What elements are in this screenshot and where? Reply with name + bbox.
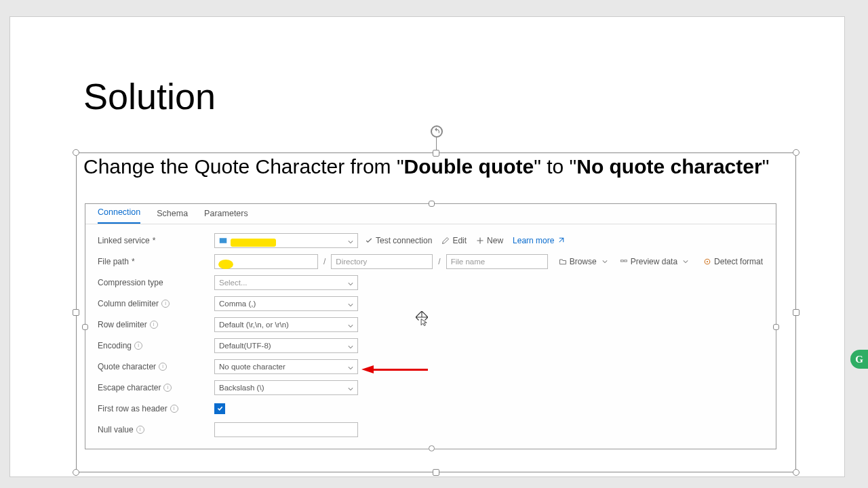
- resize-handle[interactable]: [773, 324, 779, 330]
- resize-handle[interactable]: [82, 324, 88, 330]
- edit-button[interactable]: Edit: [441, 236, 467, 245]
- tab-schema[interactable]: Schema: [157, 205, 188, 224]
- label-encoding: Encoding i: [98, 341, 214, 350]
- info-icon[interactable]: i: [170, 405, 178, 413]
- svg-rect-1: [620, 260, 623, 261]
- new-button[interactable]: New: [476, 236, 503, 245]
- resize-handle[interactable]: [429, 201, 435, 207]
- label-quote-character: Quote character i: [98, 362, 214, 371]
- highlight-marker: [218, 260, 233, 269]
- instruction-part: ": [762, 155, 770, 178]
- resize-handle[interactable]: [793, 149, 800, 156]
- chevron-down-icon[interactable]: [683, 257, 688, 266]
- detect-format-button[interactable]: Detect format: [703, 257, 763, 266]
- column-delimiter-select[interactable]: Comma (,): [214, 296, 358, 311]
- svg-point-4: [707, 260, 708, 262]
- form: Linked service * Test connection Edit Ne…: [85, 224, 776, 440]
- directory-field[interactable]: [336, 258, 428, 266]
- instruction-text: Change the Quote Character from "Double …: [83, 154, 789, 180]
- chevron-down-icon: [348, 301, 353, 306]
- label-file-path: File path *: [98, 257, 214, 266]
- slide-canvas: Solution Change the Quote Character from…: [9, 16, 845, 477]
- chevron-down-icon: [348, 343, 353, 348]
- tab-connection[interactable]: Connection: [98, 203, 140, 224]
- resize-handle[interactable]: [433, 469, 439, 476]
- svg-rect-0: [220, 238, 227, 243]
- chevron-down-icon: [348, 364, 353, 369]
- instruction-bold: No quote character: [576, 155, 762, 178]
- arrow-annotation: [361, 365, 429, 373]
- page-title: Solution: [83, 75, 216, 117]
- label-escape-character: Escape character i: [98, 383, 214, 392]
- resize-handle[interactable]: [73, 469, 79, 476]
- test-connection-button[interactable]: Test connection: [365, 236, 432, 245]
- info-icon[interactable]: i: [134, 342, 142, 350]
- tab-bar: Connection Schema Parameters: [85, 204, 776, 224]
- chevron-down-icon: [348, 322, 353, 327]
- instruction-bold: Double quote: [404, 155, 534, 178]
- info-icon[interactable]: i: [159, 363, 167, 371]
- escape-character-select[interactable]: Backslash (\): [214, 380, 358, 395]
- null-value-field[interactable]: [219, 426, 353, 434]
- compression-select[interactable]: Select...: [214, 275, 358, 290]
- grammarly-icon[interactable]: G: [850, 350, 868, 369]
- tab-parameters[interactable]: Parameters: [204, 205, 248, 224]
- resize-handle[interactable]: [793, 469, 800, 476]
- label-linked-service: Linked service *: [98, 236, 214, 245]
- browse-button[interactable]: Browse: [559, 257, 597, 266]
- directory-input[interactable]: [331, 254, 433, 269]
- path-separator: /: [322, 257, 327, 266]
- null-value-input[interactable]: [214, 422, 358, 437]
- resize-handle[interactable]: [429, 445, 435, 451]
- instruction-part: Change the Quote Character from ": [83, 155, 404, 178]
- learn-more-link[interactable]: Learn more: [513, 236, 565, 245]
- preview-data-button[interactable]: Preview data: [620, 257, 677, 266]
- info-icon[interactable]: i: [150, 321, 158, 329]
- label-row-delimiter: Row delimiter i: [98, 320, 214, 329]
- chevron-down-icon: [348, 238, 353, 243]
- quote-character-select[interactable]: No quote character: [214, 359, 358, 374]
- rotate-handle-icon[interactable]: [431, 125, 443, 138]
- label-compression: Compression type: [98, 278, 214, 287]
- resize-handle[interactable]: [73, 149, 79, 156]
- chevron-down-icon[interactable]: [602, 257, 608, 266]
- filename-field[interactable]: [451, 258, 543, 266]
- encoding-select[interactable]: Default(UTF-8): [214, 338, 358, 353]
- resize-handle[interactable]: [73, 309, 79, 316]
- svg-rect-2: [624, 260, 627, 261]
- label-column-delimiter: Column delimiter i: [98, 299, 214, 308]
- move-cursor-icon: [416, 311, 428, 326]
- label-first-row-header: First row as header i: [98, 404, 214, 413]
- first-row-checkbox[interactable]: [214, 403, 225, 414]
- filename-input[interactable]: [446, 254, 548, 269]
- chevron-down-icon: [348, 280, 353, 285]
- instruction-part: " to ": [534, 155, 576, 178]
- info-icon[interactable]: i: [163, 384, 172, 392]
- path-separator: /: [437, 257, 441, 266]
- row-delimiter-select[interactable]: Default (\r,\n, or \r\n): [214, 317, 358, 332]
- chevron-down-icon: [348, 385, 353, 390]
- label-null-value: Null value i: [98, 425, 214, 434]
- highlight-marker: [231, 239, 276, 247]
- info-icon[interactable]: i: [136, 426, 144, 434]
- resize-handle[interactable]: [793, 309, 800, 316]
- dataset-panel: Connection Schema Parameters Linked serv…: [85, 203, 776, 449]
- info-icon[interactable]: i: [161, 300, 170, 308]
